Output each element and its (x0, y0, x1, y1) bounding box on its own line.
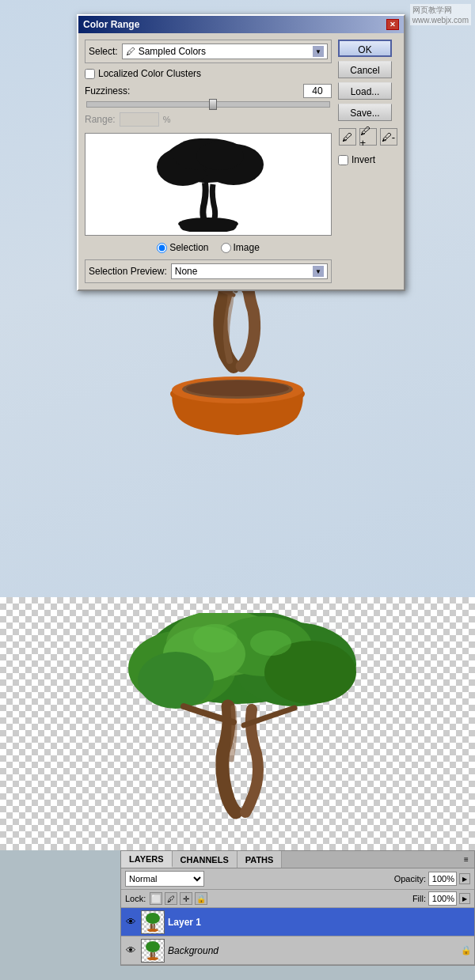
svg-point-14 (186, 380, 289, 396)
background-lock-icon: 🔒 (461, 945, 472, 956)
background-thumbnail-inner (142, 940, 164, 962)
svg-point-24 (250, 630, 291, 656)
svg-point-33 (146, 913, 160, 924)
dialog-right-panel: OK Cancel Load... Save... 🖊 🖊+ 🖊- Invert (338, 40, 397, 283)
view-mode-radio-row: Selection Image (85, 242, 332, 253)
layer-row-background[interactable]: 👁 Background 🔒 (121, 936, 474, 965)
lock-icons-group: ⬜ 🖊 ✛ 🔒 (150, 892, 207, 905)
bonsai-bottom-image (87, 613, 388, 834)
svg-point-22 (138, 652, 214, 709)
image-radio-item[interactable]: Image (221, 242, 260, 253)
layers-controls-row: Normal Opacity: ▶ (121, 868, 474, 890)
preview-image-area (85, 133, 332, 236)
svg-point-36 (146, 941, 160, 952)
localized-color-clusters-row: Localized Color Clusters (85, 68, 332, 79)
watermark: 网页教学网www.webjx.com (410, 4, 471, 25)
svg-point-37 (147, 957, 158, 960)
range-row: Range: % (85, 112, 332, 127)
preview-svg (137, 137, 279, 232)
ok-button[interactable]: OK (338, 40, 392, 57)
invert-checkbox[interactable] (338, 155, 348, 165)
blend-mode-select[interactable]: Normal (125, 871, 204, 887)
eyedropper-inline-icon: 🖊 (126, 46, 135, 57)
layer1-name: Layer 1 (168, 917, 472, 928)
save-button[interactable]: Save... (338, 104, 392, 121)
fuzziness-slider-container (85, 101, 332, 108)
fuzziness-row: Fuzziness: (85, 84, 332, 98)
lock-move-button[interactable]: ✛ (180, 892, 192, 905)
tab-channels[interactable]: CHANNELS (173, 851, 238, 868)
eyedropper-subtract-button[interactable]: 🖊- (380, 128, 397, 146)
color-range-dialog: Color Range ✕ Select: 🖊 Sampled Colors ▼… (77, 14, 405, 291)
selection-preview-value: None (175, 266, 313, 277)
selection-preview-dropdown[interactable]: None ▼ (171, 263, 328, 279)
eyedropper-add-button[interactable]: 🖊+ (359, 128, 377, 146)
image-radio-label: Image (234, 242, 260, 253)
opacity-arrow-button[interactable]: ▶ (459, 873, 470, 884)
invert-row: Invert (338, 154, 397, 165)
layer-row-layer1[interactable]: 👁 Layer 1 (121, 908, 474, 936)
selection-radio[interactable] (157, 243, 167, 253)
dialog-left-panel: Select: 🖊 Sampled Colors ▼ Localized Col… (85, 40, 332, 283)
fill-label: Fill: (412, 894, 426, 903)
dialog-title: Color Range (83, 19, 139, 30)
fuzziness-slider-thumb[interactable] (209, 99, 217, 110)
tab-paths[interactable]: PATHS (238, 851, 283, 868)
select-dropdown-arrow-icon: ▼ (313, 46, 324, 57)
fill-input[interactable] (428, 891, 457, 906)
background-thumbnail (141, 939, 165, 963)
fuzziness-slider-track[interactable] (86, 101, 330, 108)
layer1-thumb-svg (142, 912, 163, 933)
opacity-row: Opacity: ▶ (208, 872, 470, 886)
layer1-visibility-toggle[interactable]: 👁 (124, 915, 138, 929)
select-label: Select: (89, 46, 118, 57)
select-row: Select: 🖊 Sampled Colors ▼ (85, 40, 332, 63)
selection-radio-label: Selection (169, 242, 208, 253)
lock-transparent-button[interactable]: ⬜ (150, 892, 162, 905)
eyedropper-sample-button[interactable]: 🖊 (339, 128, 356, 146)
svg-point-34 (147, 929, 158, 932)
opacity-input[interactable] (428, 872, 457, 886)
lock-all-button[interactable]: 🔒 (195, 892, 207, 905)
selection-preview-arrow-icon: ▼ (313, 266, 324, 277)
svg-point-30 (196, 142, 244, 170)
opacity-label: Opacity: (394, 874, 426, 884)
fuzziness-input[interactable] (303, 84, 332, 98)
canvas-bottom (0, 597, 475, 850)
layers-panel: LAYERS CHANNELS PATHS ≡ Normal Opacity: … (120, 850, 475, 966)
layer1-thumbnail-inner (142, 911, 164, 933)
percent-label: % (163, 115, 171, 124)
svg-point-23 (193, 624, 238, 653)
range-label: Range: (85, 114, 116, 125)
lock-label: Lock: (125, 894, 146, 903)
invert-label: Invert (352, 154, 375, 165)
bg-thumb-svg (142, 940, 163, 961)
dialog-close-button[interactable]: ✕ (386, 19, 399, 30)
localized-color-clusters-label: Localized Color Clusters (98, 68, 201, 79)
lock-fill-row: Lock: ⬜ 🖊 ✛ 🔒 Fill: ▶ (121, 890, 474, 908)
selection-preview-label: Selection Preview: (89, 266, 167, 277)
fill-row: Fill: ▶ (211, 891, 470, 906)
layers-tabs: LAYERS CHANNELS PATHS ≡ (121, 851, 474, 868)
background-visibility-toggle[interactable]: 👁 (124, 944, 138, 958)
localized-color-clusters-checkbox[interactable] (85, 69, 95, 79)
eyedropper-tools-row: 🖊 🖊+ 🖊- (338, 128, 397, 146)
selection-radio-item[interactable]: Selection (157, 242, 208, 253)
image-radio[interactable] (221, 243, 231, 253)
background-layer-name: Background (168, 945, 458, 956)
cancel-button[interactable]: Cancel (338, 61, 392, 78)
dialog-titlebar: Color Range ✕ (78, 16, 404, 33)
select-value: Sampled Colors (139, 46, 310, 57)
lock-image-button[interactable]: 🖊 (165, 892, 177, 905)
layer1-thumbnail (141, 910, 165, 934)
selection-preview-row: Selection Preview: None ▼ (85, 259, 332, 283)
range-input[interactable] (120, 112, 159, 127)
layers-panel-menu-button[interactable]: ≡ (458, 851, 474, 868)
select-dropdown[interactable]: 🖊 Sampled Colors ▼ (122, 44, 328, 59)
fill-arrow-button[interactable]: ▶ (459, 893, 470, 904)
fuzziness-label: Fuzziness: (85, 85, 130, 96)
load-button[interactable]: Load... (338, 82, 392, 100)
tab-layers[interactable]: LAYERS (121, 851, 173, 868)
